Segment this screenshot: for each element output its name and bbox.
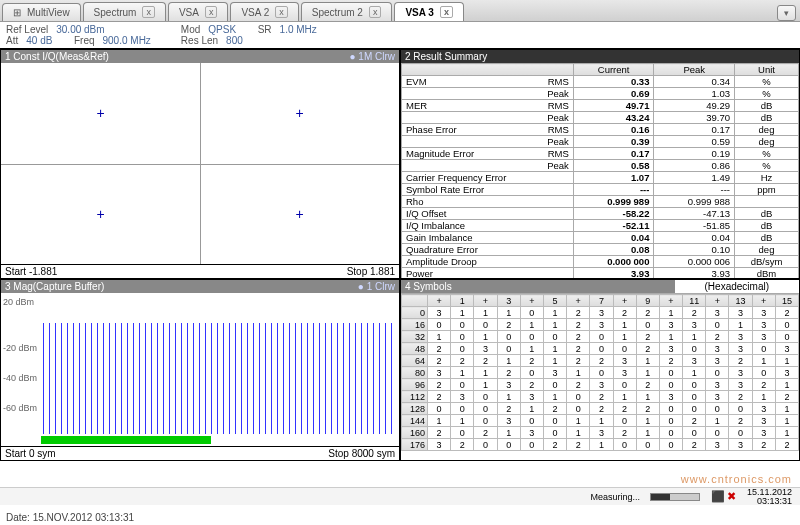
sym-cell: 0 <box>543 379 566 391</box>
sym-cell: 0 <box>451 403 474 415</box>
mag-marker-bar <box>41 436 211 444</box>
tab-multiview[interactable]: ⊞MultiView <box>2 3 81 21</box>
sym-cell: 1 <box>636 355 659 367</box>
sym-cell: 3 <box>474 343 497 355</box>
sym-cell: 0 <box>659 367 682 379</box>
sym-row-hdr: 0 <box>402 307 428 319</box>
sym-cell: 1 <box>775 379 798 391</box>
sr-label: SR <box>258 24 272 35</box>
summary-metric: Gain Imbalance <box>402 232 574 244</box>
iq-point: + <box>295 206 303 222</box>
sym-cell: 2 <box>567 379 590 391</box>
sym-cell: 1 <box>683 367 706 379</box>
sym-col: 7 <box>590 295 613 307</box>
iq-point: + <box>96 206 104 222</box>
sym-cell: 3 <box>729 343 752 355</box>
sym-cell: 2 <box>474 427 497 439</box>
sym-cell: 2 <box>428 355 451 367</box>
panel-mag-trace: ● 1 Clrw <box>358 281 395 292</box>
sym-cell: 3 <box>451 391 474 403</box>
sym-cell: 1 <box>428 415 451 427</box>
tab-vsa-3[interactable]: VSA 3x <box>394 2 464 21</box>
sym-cell: 2 <box>590 391 613 403</box>
mag-plot[interactable]: 20 dBm -20 dBm -40 dBm -60 dBm <box>1 293 399 446</box>
summary-col: Unit <box>735 64 799 76</box>
summary-metric: Amplitude Droop <box>402 256 574 268</box>
sym-cell: 1 <box>451 415 474 427</box>
tab-vsa[interactable]: VSAx <box>168 2 229 21</box>
close-icon[interactable]: x <box>275 6 288 18</box>
mag-start: Start 0 sym <box>5 448 56 459</box>
sym-cell: 2 <box>613 403 636 415</box>
sym-cell: 3 <box>729 439 752 451</box>
sym-cell: 0 <box>497 439 520 451</box>
close-icon[interactable]: x <box>142 6 155 18</box>
panel-summary-title: 2 Result Summary <box>405 51 487 62</box>
sym-cell: 1 <box>613 319 636 331</box>
iq-start: Start -1.881 <box>5 266 57 277</box>
sym-cell: 3 <box>520 391 543 403</box>
sym-cell: 0 <box>590 367 613 379</box>
panel-symbols-mode: (Hexadecimal) <box>675 280 799 293</box>
sym-cell: 2 <box>543 403 566 415</box>
sym-cell: 0 <box>543 427 566 439</box>
panel-summary: 2 Result Summary CurrentPeakUnitEVMRMS0.… <box>400 49 800 279</box>
iq-plot[interactable]: + + + + <box>1 63 399 264</box>
tab-spectrum[interactable]: Spectrumx <box>83 2 166 21</box>
sym-cell: 1 <box>520 343 543 355</box>
sym-cell: 1 <box>590 439 613 451</box>
symbols-scroll[interactable]: +1+3+5+7+9+11+13+15031110123221233321600… <box>401 294 799 460</box>
summary-metric: I/Q Offset <box>402 208 574 220</box>
mod-label: Mod <box>181 24 200 35</box>
sym-cell: 0 <box>729 427 752 439</box>
summary-metric: Carrier Frequency Error <box>402 172 574 184</box>
sym-cell: 1 <box>497 307 520 319</box>
sym-row-hdr: 16 <box>402 319 428 331</box>
sym-cell: 0 <box>590 331 613 343</box>
tab-dropdown[interactable]: ▾ <box>777 5 796 21</box>
tab-spectrum-2[interactable]: Spectrum 2x <box>301 2 393 21</box>
sym-cell: 0 <box>706 367 729 379</box>
sym-cell: 3 <box>428 439 451 451</box>
sym-cell: 1 <box>567 367 590 379</box>
sym-cell: 3 <box>729 331 752 343</box>
summary-metric: Phase ErrorRMS <box>402 124 574 136</box>
sym-cell: 0 <box>474 439 497 451</box>
sym-cell: 2 <box>590 403 613 415</box>
mag-tick: -40 dBm <box>3 373 37 383</box>
sym-cell: 2 <box>659 355 682 367</box>
sym-cell: 0 <box>451 331 474 343</box>
sym-cell: 2 <box>636 331 659 343</box>
sym-cell: 2 <box>428 343 451 355</box>
sym-cell: 1 <box>752 355 775 367</box>
sym-col: 13 <box>729 295 752 307</box>
sym-cell: 0 <box>729 403 752 415</box>
sym-cell: 3 <box>752 427 775 439</box>
sym-cell: 1 <box>775 427 798 439</box>
sym-cell: 1 <box>775 415 798 427</box>
rlen-value: 800 <box>226 35 243 46</box>
sym-cell: 1 <box>543 391 566 403</box>
sym-col: 11 <box>683 295 706 307</box>
sym-col: + <box>659 295 682 307</box>
sym-cell: 2 <box>729 415 752 427</box>
sym-row-hdr: 144 <box>402 415 428 427</box>
sym-cell: 1 <box>567 427 590 439</box>
close-icon[interactable]: x <box>369 6 382 18</box>
sym-cell: 3 <box>683 319 706 331</box>
sym-cell: 0 <box>775 331 798 343</box>
sym-cell: 2 <box>683 415 706 427</box>
sym-cell: 2 <box>636 379 659 391</box>
tab-vsa-2[interactable]: VSA 2x <box>230 2 298 21</box>
close-icon[interactable]: x <box>440 6 453 18</box>
sym-cell: 1 <box>752 391 775 403</box>
sym-cell: 1 <box>543 343 566 355</box>
mod-value: QPSK <box>208 24 236 35</box>
warn-icon: ⬛ <box>711 490 725 502</box>
att-value: 40 dB <box>26 35 52 46</box>
summary-col: Peak <box>654 64 735 76</box>
sym-cell: 3 <box>590 319 613 331</box>
sym-cell: 0 <box>474 391 497 403</box>
close-icon[interactable]: x <box>205 6 218 18</box>
sym-cell: 1 <box>613 391 636 403</box>
